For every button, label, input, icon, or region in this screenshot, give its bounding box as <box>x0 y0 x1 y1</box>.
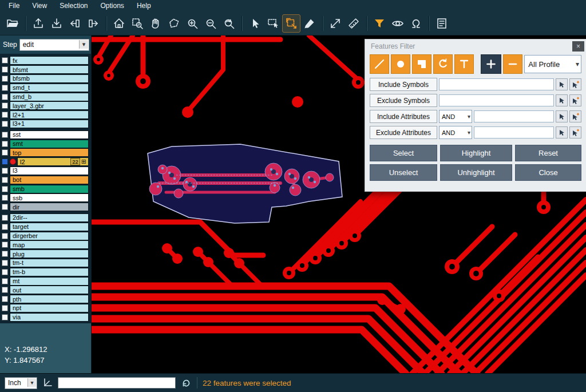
pick-exclude-attribute-button[interactable] <box>556 126 568 138</box>
fill-brush-button[interactable] <box>301 15 318 32</box>
layer-label[interactable]: l3+1 <box>10 120 89 128</box>
layer-row-pth[interactable]: pth <box>0 295 91 304</box>
layer-label[interactable]: dirgerber <box>10 232 89 240</box>
layer-row-l3+1[interactable]: l3+1 <box>0 120 91 129</box>
layer-checkbox[interactable] <box>2 224 8 230</box>
layer-label[interactable]: tm-b <box>10 268 89 276</box>
menu-file[interactable]: File <box>2 0 26 11</box>
layer-row-l3[interactable]: l3 <box>0 167 91 176</box>
layer-label[interactable]: via <box>10 313 89 322</box>
menu-view[interactable]: View <box>26 0 53 11</box>
layer-row-bfsmt[interactable]: bfsmt <box>0 65 91 74</box>
layer-row-smt[interactable]: smt <box>0 139 91 148</box>
layer-row-smb[interactable]: smb <box>0 184 91 193</box>
pick-include-symbol-button[interactable] <box>556 78 568 90</box>
unhighlight-button[interactable]: Unhighlight <box>440 164 512 181</box>
layer-checkbox[interactable] <box>2 215 8 221</box>
surface-feature-button[interactable] <box>412 54 431 74</box>
layer-label[interactable]: layer_3.gbr <box>10 101 89 110</box>
visibility-button[interactable] <box>389 15 406 32</box>
layer-label[interactable]: l3 <box>10 167 89 175</box>
layer-label[interactable]: l2+1 <box>10 110 89 119</box>
pick-add-exclude-symbol-button[interactable] <box>569 94 581 106</box>
layer-row-tm-b[interactable]: tm-b <box>0 267 91 276</box>
layer-label[interactable]: tm-t <box>10 259 89 267</box>
command-input[interactable] <box>58 377 176 389</box>
layer-row-out[interactable]: out <box>0 286 91 295</box>
include-symbols-input[interactable] <box>439 78 554 90</box>
measure-distance-button[interactable] <box>327 15 344 32</box>
layer-row-top[interactable]: top <box>0 148 91 157</box>
layer-row-dir[interactable]: dir <box>0 203 91 212</box>
step-back-button[interactable] <box>66 15 84 32</box>
layer-checkbox[interactable] <box>2 112 8 118</box>
step-forward-button[interactable] <box>85 15 102 32</box>
layer-checkbox[interactable] <box>2 66 8 73</box>
layer-label[interactable]: l222⊞ <box>17 157 89 166</box>
layer-row-smd_t[interactable]: smd_t <box>0 83 91 92</box>
pad-feature-button[interactable] <box>391 54 410 74</box>
layer-checkbox[interactable] <box>2 296 8 302</box>
layer-row-layer_3.gbr[interactable]: layer_3.gbr <box>0 101 91 110</box>
layer-row-target[interactable]: target <box>0 222 91 231</box>
layer-row-bot[interactable]: bot <box>0 175 91 184</box>
dialog-title-bar[interactable]: Features Filter <box>365 39 586 53</box>
reset-button[interactable]: Reset <box>515 145 581 161</box>
remove-mode-button[interactable] <box>503 54 522 74</box>
layer-checkbox[interactable] <box>2 177 8 183</box>
pick-include-attribute-button[interactable] <box>556 110 568 122</box>
layer-checkbox[interactable] <box>2 305 8 311</box>
layer-checkbox[interactable] <box>2 269 8 275</box>
pick-add-exclude-attribute-button[interactable] <box>569 126 581 138</box>
layer-label[interactable]: npt <box>10 304 89 312</box>
layer-checkbox[interactable] <box>2 241 8 248</box>
layer-checkbox[interactable] <box>2 102 8 109</box>
layer-checkbox[interactable] <box>2 94 8 100</box>
layer-checkbox[interactable] <box>2 287 8 293</box>
zoom-window-button[interactable] <box>129 15 146 32</box>
layer-checkbox[interactable] <box>2 149 8 156</box>
polygon-select-button[interactable] <box>165 15 183 32</box>
layer-label[interactable]: smb <box>10 185 89 193</box>
report-button[interactable] <box>433 15 450 32</box>
refresh-icon[interactable] <box>181 378 192 389</box>
layer-label[interactable]: 2dir-- <box>10 213 89 222</box>
layer-label[interactable]: fx <box>10 56 89 65</box>
layer-row-2dir--[interactable]: 2dir-- <box>0 213 91 223</box>
pan-button[interactable] <box>147 15 164 32</box>
menu-options[interactable]: Options <box>94 0 130 11</box>
layer-label[interactable]: bot <box>10 176 89 184</box>
open-button[interactable] <box>4 15 21 32</box>
layer-label[interactable]: top <box>10 148 89 157</box>
layer-row-bfsmb[interactable]: bfsmb <box>0 74 91 84</box>
unit-select[interactable]: Inch <box>5 377 37 389</box>
home-button[interactable] <box>110 15 128 32</box>
layer-checkbox[interactable] <box>2 186 8 192</box>
include-attributes-op-select[interactable]: AND <box>439 110 472 123</box>
layer-checkbox[interactable] <box>2 141 8 147</box>
line-feature-button[interactable] <box>370 54 389 74</box>
menu-help[interactable]: Help <box>130 0 157 11</box>
exclude-attributes-input[interactable] <box>474 126 554 138</box>
menu-selection[interactable]: Selection <box>53 0 94 11</box>
layer-label[interactable]: pth <box>10 295 89 303</box>
layer-row-npt[interactable]: npt <box>0 304 91 313</box>
layer-label[interactable]: target <box>10 223 89 231</box>
layer-row-mt[interactable]: mt <box>0 276 91 286</box>
include-attributes-button[interactable]: Include Attributes <box>370 110 437 123</box>
layer-row-via[interactable]: via <box>0 312 91 322</box>
dialog-close-button[interactable]: × <box>572 41 584 52</box>
layer-checkbox[interactable] <box>2 233 8 239</box>
layer-row-fx[interactable]: fx <box>0 56 91 65</box>
transform-selection-button[interactable] <box>283 15 300 32</box>
net-search-button[interactable] <box>407 15 425 32</box>
zoom-fit-button[interactable] <box>220 15 237 32</box>
layer-checkbox[interactable] <box>2 121 8 127</box>
layer-label[interactable]: smd_t <box>10 84 89 92</box>
arc-feature-button[interactable] <box>433 54 453 74</box>
pick-exclude-symbol-button[interactable] <box>556 94 568 106</box>
layer-label[interactable]: dir <box>10 203 89 211</box>
add-mode-button[interactable] <box>481 54 502 74</box>
layer-checkbox[interactable] <box>2 260 8 266</box>
layer-label[interactable]: ssb <box>10 193 89 202</box>
